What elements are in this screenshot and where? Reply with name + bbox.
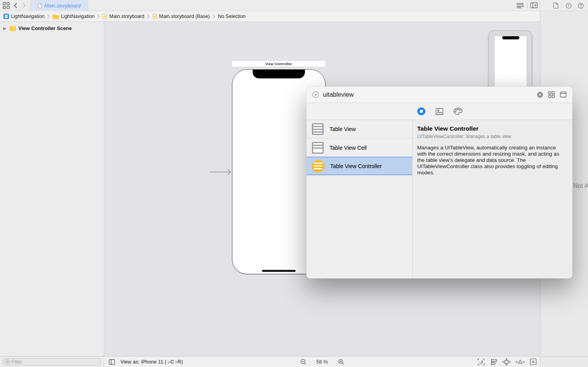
document-outline: ▶ View Controller Scene [0, 22, 104, 356]
library-item-table-view-controller[interactable]: Table View Controller [306, 157, 412, 175]
tab-label: Main.storyboard [44, 3, 80, 9]
storyboard-file-icon [152, 14, 157, 19]
show-details-pane-icon[interactable] [560, 92, 567, 98]
view-controller-titlebar[interactable]: View Controller [231, 60, 326, 67]
table-view-icon [312, 123, 324, 135]
library-segmented-control [306, 103, 572, 120]
status-bar: View as: iPhone 11 (wChR) 58 % [0, 356, 588, 367]
embed-in-icon[interactable] [530, 358, 537, 365]
detail-title: Table View Controller [417, 125, 566, 132]
grid-view-icon[interactable] [548, 91, 555, 98]
xcode-window: { "tab_bar": { "active_tab_label": "Main… [0, 0, 588, 367]
filter-input[interactable] [12, 359, 99, 365]
clear-search-icon[interactable] [537, 92, 543, 98]
filter-icon [5, 359, 10, 364]
device-bar-toggle-icon[interactable] [109, 359, 115, 365]
help-inspector-icon[interactable] [578, 3, 584, 9]
view-as-label[interactable]: View as: iPhone 11 (wChR) [120, 359, 183, 365]
file-inspector-icon[interactable] [553, 2, 558, 9]
update-frames-icon[interactable] [478, 358, 485, 365]
forward-button[interactable] [22, 2, 27, 9]
breadcrumb-item-group[interactable]: LightNavigation [53, 14, 94, 19]
zoom-in-icon[interactable] [338, 358, 344, 365]
breadcrumb-item-storyboard[interactable]: Main.storyboard [103, 14, 144, 19]
folder-icon [53, 14, 59, 19]
breadcrumb-item-storyboard-base[interactable]: Main.storyboard (Base) [152, 14, 210, 19]
inspector-divider [540, 0, 540, 11]
library-search-bar [306, 87, 572, 103]
library-detail-pane: Table View Controller UITableViewControl… [413, 120, 572, 278]
breadcrumb-chevron-icon [213, 14, 215, 19]
device-preview-notch [502, 36, 519, 39]
phone-notch [253, 69, 305, 78]
detail-subtitle: UITableViewController: Manages a table v… [417, 134, 566, 139]
initial-view-controller-arrow[interactable] [210, 169, 233, 175]
filter-icon [312, 91, 319, 98]
library-item-table-view[interactable]: Table View [306, 120, 412, 138]
table-view-cell-icon [312, 142, 324, 154]
canvas-status-bar: View as: iPhone 11 (wChR) 58 % [104, 356, 540, 367]
library-search-input[interactable] [323, 91, 533, 98]
outline-filter-bar [0, 356, 104, 367]
history-inspector-icon[interactable] [566, 3, 572, 9]
media-library-icon[interactable] [434, 107, 445, 116]
table-view-controller-icon [312, 160, 324, 172]
inspector-status-area [540, 356, 588, 367]
object-library-panel: Table View Table View Cell Table View Co… [306, 87, 572, 278]
breadcrumb-chevron-icon [97, 14, 100, 19]
device-preview-screen [495, 36, 526, 95]
scene-label: View Controller Scene [18, 25, 72, 31]
breadcrumb: LightNavigation LightNavigation Main.sto… [0, 11, 540, 22]
inspector-truncated-text: Not Ap [573, 183, 588, 190]
tab-overview-icon[interactable] [3, 2, 10, 9]
zoom-out-icon[interactable] [300, 358, 306, 365]
phone-home-indicator [262, 270, 296, 272]
tab-main-storyboard[interactable]: Main.storyboard [30, 0, 88, 11]
scene-icon [9, 26, 16, 31]
filter-field[interactable] [3, 358, 101, 365]
detail-description: Manages a UITableView, automatically cre… [417, 145, 566, 176]
back-button[interactable] [13, 2, 18, 9]
storyboard-file-icon [103, 14, 107, 19]
add-constraints-icon[interactable] [503, 358, 510, 365]
editor-options-icon[interactable] [516, 3, 524, 8]
breadcrumb-item-project[interactable]: LightNavigation [4, 14, 44, 19]
breadcrumb-chevron-icon [147, 14, 150, 19]
disclosure-triangle-icon[interactable]: ▶ [3, 26, 7, 30]
library-results-list: Table View Table View Cell Table View Co… [306, 120, 413, 278]
breadcrumb-item-selection[interactable]: No Selection [218, 14, 246, 19]
color-library-icon[interactable] [452, 107, 463, 116]
add-editor-icon[interactable] [530, 2, 538, 8]
resolve-layout-issues-icon[interactable] [516, 359, 524, 365]
toolbar-divider [527, 3, 528, 8]
outline-row-view-controller-scene[interactable]: ▶ View Controller Scene [0, 22, 104, 31]
zoom-level[interactable]: 58 % [316, 359, 328, 365]
breadcrumb-chevron-icon [47, 14, 50, 19]
align-icon[interactable] [490, 359, 497, 365]
document-icon [38, 3, 42, 8]
objects-library-icon[interactable] [416, 107, 427, 116]
tab-bar: Main.storyboard [0, 0, 588, 11]
library-item-table-view-cell[interactable]: Table View Cell [306, 138, 412, 157]
project-icon [4, 14, 9, 19]
